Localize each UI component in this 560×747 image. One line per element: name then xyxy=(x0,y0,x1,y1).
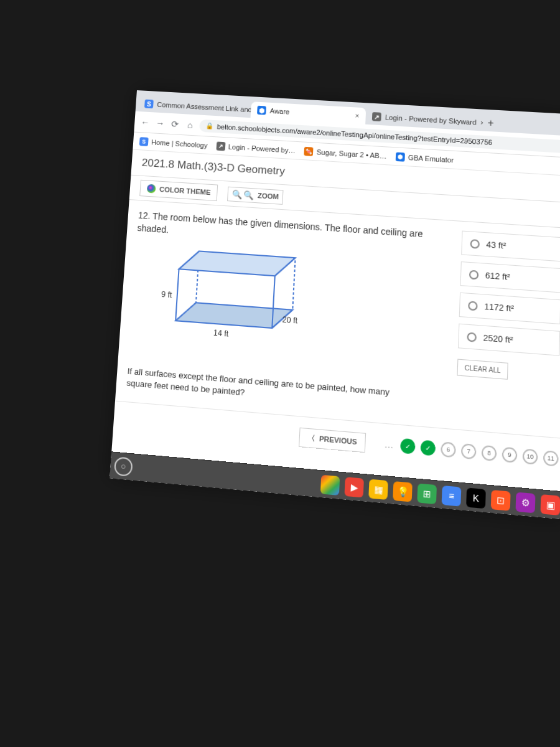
zoom-in-icon[interactable]: 🔍 xyxy=(243,190,254,200)
radio-icon xyxy=(468,301,478,311)
answer-option-1[interactable]: 43 ft² xyxy=(461,231,560,262)
zoom-label: ZOOM xyxy=(255,192,279,201)
launcher-icon[interactable]: ○ xyxy=(114,456,133,477)
answer-text: 2520 ft² xyxy=(483,332,513,345)
bookmark-skyward[interactable]: ↗ Login - Powered by… xyxy=(216,141,296,155)
tab-favicon: ↗ xyxy=(372,112,381,121)
bookmark-schoology[interactable]: S Home | Schoology xyxy=(139,137,208,150)
radio-icon xyxy=(467,332,477,342)
answer-text: 43 ft² xyxy=(486,240,506,251)
palette-icon xyxy=(147,184,156,194)
qnav-10[interactable]: 10 xyxy=(523,448,538,464)
bookmark-favicon: S xyxy=(139,137,149,146)
room-diagram: 9 ft 20 ft 14 ft xyxy=(154,242,454,382)
radio-icon xyxy=(469,270,479,280)
answer-text: 612 ft² xyxy=(485,270,510,282)
bookmark-favicon: ⬢ xyxy=(396,152,405,161)
question-number: 12. xyxy=(138,210,151,221)
bookmark-gba[interactable]: ⬢ GBA Emulator xyxy=(396,152,454,164)
zoom-out-icon[interactable]: 🔍 xyxy=(232,189,243,199)
question-content: 12. The room below has the given dimensi… xyxy=(116,200,560,426)
lock-icon: 🔒 xyxy=(205,122,213,129)
app-icon[interactable]: ⚙ xyxy=(516,492,536,513)
page-title: 2021.8 Math.(3)3-D Geometry xyxy=(141,157,285,178)
qnav-5[interactable]: 5 xyxy=(420,440,436,456)
app-icon[interactable]: K xyxy=(466,487,486,509)
chevron-left-icon: 〈 xyxy=(307,433,315,443)
tab-label: Common Assessment Link and xyxy=(157,101,251,114)
bookmark-label: Home | Schoology xyxy=(151,138,208,149)
tab-label: Login - Powered by Skyward xyxy=(385,113,477,126)
bookmark-label: Login - Powered by… xyxy=(228,143,296,154)
bookmark-sugar[interactable]: 🍬 Sugar, Sugar 2 • AB… xyxy=(304,146,387,160)
qnav-6[interactable]: 6 xyxy=(441,441,456,458)
qnav-9[interactable]: 9 xyxy=(502,447,518,463)
question-column: 12. The room below has the given dimensi… xyxy=(126,209,455,416)
previous-button[interactable]: 〈 PREVIOUS xyxy=(299,427,366,453)
new-tab-button[interactable]: + xyxy=(483,115,499,132)
reload-icon[interactable]: ⟳ xyxy=(169,118,181,129)
home-icon[interactable]: ⌂ xyxy=(184,120,196,130)
tab-label: Aware xyxy=(269,107,289,116)
app-icon[interactable]: ≡ xyxy=(442,485,462,506)
qnav-4[interactable]: 4 xyxy=(400,438,416,454)
browser-window: S Common Assessment Link and × ⬢ Aware ×… xyxy=(110,90,560,519)
back-icon[interactable]: ← xyxy=(139,117,151,128)
app-icon[interactable]: ▶ xyxy=(344,477,364,497)
bookmark-label: Sugar, Sugar 2 • AB… xyxy=(316,148,386,159)
dim-height-label: 9 ft xyxy=(161,290,173,300)
close-icon[interactable]: × xyxy=(355,112,359,120)
answer-option-4[interactable]: 2520 ft² xyxy=(458,324,560,356)
app-icon[interactable]: ▣ xyxy=(541,494,560,515)
dim-depth-label: 20 ft xyxy=(282,315,298,326)
forward-icon[interactable]: → xyxy=(154,118,166,128)
clear-all-button[interactable]: CLEAR ALL xyxy=(457,359,508,380)
bookmark-label: GBA Emulator xyxy=(408,153,454,164)
color-theme-button[interactable]: COLOR THEME xyxy=(139,180,218,201)
bookmark-favicon: ↗ xyxy=(216,141,225,151)
app-icon[interactable]: ⊡ xyxy=(491,489,511,510)
qnav-7[interactable]: 7 xyxy=(461,443,477,459)
answers-column: 43 ft² 612 ft² 1172 ft² 2520 ft² CLEAR A… xyxy=(455,231,560,425)
color-theme-label: COLOR THEME xyxy=(159,186,211,196)
tab-favicon: S xyxy=(144,100,154,109)
qnav-8[interactable]: 8 xyxy=(482,445,497,461)
app-icon[interactable]: ▦ xyxy=(368,479,388,499)
previous-label: PREVIOUS xyxy=(319,435,357,446)
bookmark-favicon: 🍬 xyxy=(304,146,314,156)
answer-text: 1172 ft² xyxy=(484,301,514,313)
tab-favicon: ⬢ xyxy=(257,106,266,115)
qnav-11[interactable]: 11 xyxy=(543,450,559,466)
app-icon[interactable]: 💡 xyxy=(393,481,413,502)
ellipsis-icon: … xyxy=(384,439,395,451)
dim-width-label: 14 ft xyxy=(213,328,230,339)
answer-option-2[interactable]: 612 ft² xyxy=(460,261,560,293)
zoom-control[interactable]: 🔍 🔍 ZOOM xyxy=(227,186,284,204)
app-icon[interactable]: ⊞ xyxy=(417,483,437,504)
radio-icon xyxy=(470,239,480,249)
chrome-icon[interactable] xyxy=(320,474,340,495)
answer-option-3[interactable]: 1172 ft² xyxy=(459,293,560,324)
